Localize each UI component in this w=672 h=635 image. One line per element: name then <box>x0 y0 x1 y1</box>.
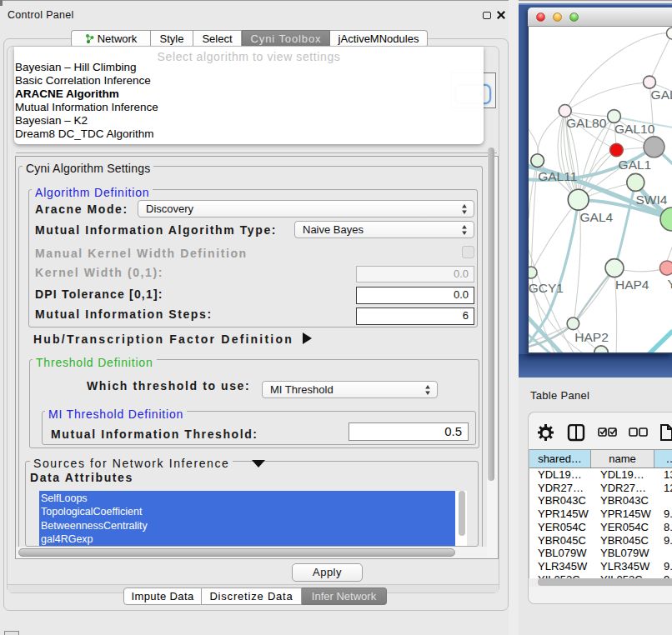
svg-text:GAL11: GAL11 <box>538 169 577 183</box>
svg-text:GAL4: GAL4 <box>580 210 614 224</box>
svg-text:HAP4: HAP4 <box>615 278 649 292</box>
svg-text:GAL80: GAL80 <box>566 116 607 130</box>
svg-text:Y: Y <box>667 277 672 291</box>
svg-text:GAL10: GAL10 <box>614 122 655 136</box>
svg-text:GAL1: GAL1 <box>619 158 652 172</box>
svg-text:SWI4: SWI4 <box>636 192 668 207</box>
svg-text:GCY1: GCY1 <box>529 281 564 295</box>
svg-text:GAL7: GAL7 <box>651 88 672 102</box>
svg-text:HAP2: HAP2 <box>574 330 609 344</box>
